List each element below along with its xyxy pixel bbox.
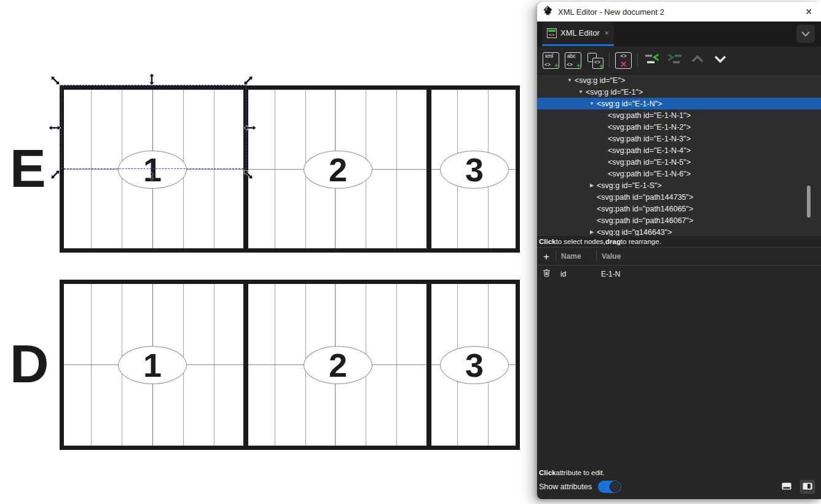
tree-node[interactable]: <svg:path id="E-1-N-4"> <box>537 144 821 156</box>
tree-node-text: <svg:path id="E-1-N-5"> <box>608 158 691 167</box>
panel-bottom-bar: Show attributes <box>537 478 821 499</box>
indent-icon <box>667 53 682 67</box>
new-text-node-button[interactable]: abc <> + <box>565 52 581 69</box>
selection-handle-right[interactable] <box>243 121 257 135</box>
tree-node[interactable]: ▼<svg:g id="E-1-N"> <box>537 98 821 109</box>
cell-number: 2 <box>329 153 347 186</box>
chevron-down-icon <box>801 28 811 39</box>
cell-ellipse-D-1[interactable]: 1 <box>118 346 187 384</box>
window-title: XML Editor - New document 2 <box>558 7 805 17</box>
tree-node-text: <svg:path id="path146065"> <box>597 205 693 213</box>
grid-divider[interactable] <box>426 280 431 450</box>
tree-node-text: <svg:g id="E-1-N"> <box>597 100 662 108</box>
selection-handle-left[interactable] <box>48 121 61 135</box>
cell-ellipse-E-2[interactable]: 2 <box>304 151 372 189</box>
attribute-hint-text: Click attribute to edit. <box>537 467 821 478</box>
tree-node[interactable]: ▼<svg:g id="E-1"> <box>537 86 821 98</box>
inkscape-logo-icon <box>543 6 553 18</box>
tree-node-text: <svg:path id="E-1-N-4"> <box>608 146 691 155</box>
tree-node[interactable]: <svg:path id="E-1-N-2"> <box>537 121 821 133</box>
selection-handle-bottom[interactable] <box>147 172 157 181</box>
cell-number: 2 <box>329 348 347 382</box>
tab-close-icon[interactable]: × <box>605 29 609 37</box>
tree-node[interactable]: ▶<svg:g id="g146643"> <box>537 226 821 236</box>
attributes-empty-area <box>537 282 821 467</box>
move-node-up-button[interactable] <box>689 53 706 68</box>
chevron-down-icon <box>713 54 728 66</box>
unindent-icon <box>645 53 659 67</box>
expand-triangle-icon[interactable]: ▶ <box>587 183 597 188</box>
tree-hint-text: Click to select nodes, drag to rearrange… <box>537 236 821 248</box>
new-element-node-button[interactable]: xml <> + <box>543 52 559 69</box>
collapse-triangle-icon[interactable]: ▼ <box>565 77 575 83</box>
tree-node[interactable]: <svg:path id="path146067"> <box>537 215 821 226</box>
tree-node-text: <svg:path id="path146067"> <box>597 216 693 225</box>
attribute-name[interactable]: id <box>556 270 596 278</box>
tree-node-text: <svg:path id="E-1-N-1"> <box>608 111 691 120</box>
window-titlebar[interactable]: XML Editor - New document 2 ✕ <box>537 2 821 22</box>
move-node-down-button[interactable] <box>712 53 729 68</box>
attribute-row[interactable]: id E-1-N <box>537 266 821 282</box>
xml-editor-icon: <> <box>547 28 557 38</box>
tab-xml-editor[interactable]: <> XML Editor × <box>542 22 614 46</box>
show-attributes-toggle[interactable] <box>598 481 621 493</box>
tree-node-text: <svg:path id="path144735"> <box>597 193 693 202</box>
tree-node[interactable]: <svg:path id="path146065"> <box>537 203 821 215</box>
panel-tab-bar: <> XML Editor × <box>537 22 821 47</box>
grid-divider[interactable] <box>243 280 248 450</box>
unindent-node-button[interactable] <box>643 53 661 68</box>
tree-node[interactable]: <svg:path id="E-1-N-5"> <box>537 156 821 168</box>
tab-label: XML Editor <box>560 28 600 37</box>
row-label-D[interactable]: D <box>10 336 49 392</box>
indent-node-button[interactable] <box>666 53 683 68</box>
delete-x-icon: ✕ <box>616 60 631 69</box>
selection-bounding-box <box>61 85 246 169</box>
toolbar-separator <box>637 53 638 68</box>
tree-node-text: <svg:g id="E"> <box>575 76 625 85</box>
trash-icon <box>543 269 551 279</box>
cell-number: 3 <box>465 348 484 382</box>
xml-editor-window: XML Editor - New document 2 ✕ <> XML Edi… <box>537 2 821 499</box>
layout-vertical-button[interactable] <box>800 480 815 494</box>
cell-ellipse-D-3[interactable]: 3 <box>440 346 509 384</box>
tree-node[interactable]: ▼<svg:g id="E"> <box>537 74 821 86</box>
cell-ellipse-D-2[interactable]: 2 <box>304 346 372 384</box>
grid-divider[interactable] <box>426 85 431 253</box>
xml-node-tree[interactable]: ▼<svg:g id="E">▼<svg:g id="E-1">▼<svg:g … <box>537 74 821 236</box>
tree-node-text: <svg:g id="g146643"> <box>597 228 672 237</box>
add-attribute-button[interactable]: + <box>537 251 556 262</box>
tree-node[interactable]: <svg:path id="E-1-N-6"> <box>537 168 821 179</box>
cell-number: 1 <box>143 348 162 382</box>
show-attributes-label: Show attributes <box>539 482 592 491</box>
chevron-up-icon <box>690 54 705 66</box>
delete-attribute-button[interactable] <box>537 269 556 279</box>
tree-node[interactable]: <svg:path id="path144735"> <box>537 191 821 203</box>
collapse-triangle-icon[interactable]: ▼ <box>576 89 586 95</box>
inkscape-workspace: E123D123 XML Editor - New document 2 ✕ <… <box>0 0 821 504</box>
toolbar-separator <box>609 53 610 68</box>
tree-node-text: <svg:g id="E-1"> <box>586 88 643 96</box>
collapse-triangle-icon[interactable]: ▼ <box>587 101 597 106</box>
cell-number: 3 <box>465 153 484 186</box>
row-label-E[interactable]: E <box>10 141 46 196</box>
cell-ellipse-E-3[interactable]: 3 <box>440 151 509 189</box>
xml-toolbar: xml <> + abc <> + <> + <> ✕ <box>537 47 821 74</box>
close-icon[interactable]: ✕ <box>805 7 812 17</box>
tab-overflow-button[interactable] <box>796 25 815 43</box>
attributes-header-row: + Name Value <box>537 248 821 266</box>
layout-horizontal-icon <box>782 482 792 492</box>
tree-node[interactable]: ▶<svg:g id="E-1-S"> <box>537 179 821 191</box>
delete-node-button[interactable]: <> ✕ <box>615 52 632 69</box>
layout-horizontal-button[interactable] <box>779 480 794 494</box>
tree-node[interactable]: <svg:path id="E-1-N-3"> <box>537 133 821 144</box>
duplicate-node-button[interactable]: <> + <box>587 52 603 69</box>
tree-node-text: <svg:path id="E-1-N-2"> <box>608 123 691 132</box>
layout-vertical-icon <box>803 482 812 492</box>
expand-triangle-icon[interactable]: ▶ <box>587 229 597 235</box>
tree-node[interactable]: <svg:path id="E-1-N-1"> <box>537 109 821 121</box>
selection-handle-top[interactable] <box>145 73 159 86</box>
attribute-value[interactable]: E-1-N <box>596 270 821 278</box>
tree-node-text: <svg:path id="E-1-N-3"> <box>608 135 691 143</box>
attributes-value-header: Value <box>597 252 821 261</box>
tree-scrollbar-thumb[interactable] <box>807 186 811 218</box>
